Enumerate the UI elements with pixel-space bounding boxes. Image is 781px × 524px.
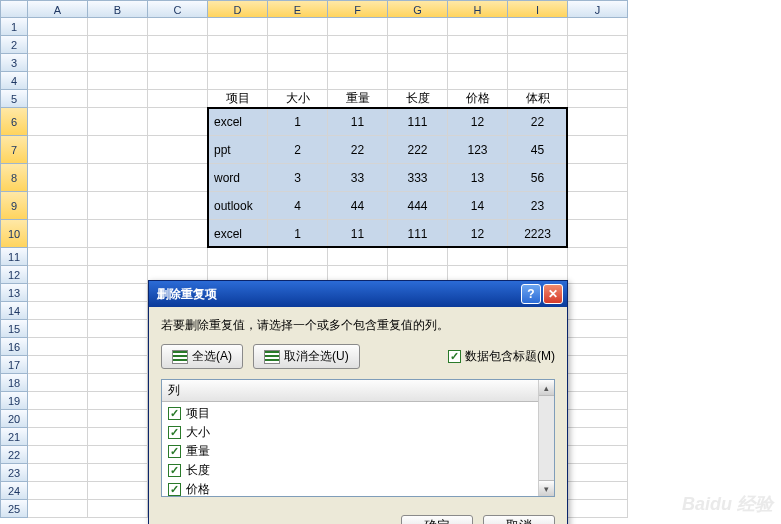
cell[interactable] — [88, 320, 148, 338]
cell[interactable]: 1 — [268, 108, 328, 136]
cell[interactable]: 11 — [328, 108, 388, 136]
column-checkbox[interactable]: ✓ — [168, 464, 181, 477]
cell[interactable]: 4 — [268, 192, 328, 220]
cell[interactable] — [28, 482, 88, 500]
column-header-I[interactable]: I — [508, 0, 568, 18]
list-item[interactable]: ✓重量 — [168, 442, 548, 461]
row-header-25[interactable]: 25 — [0, 500, 28, 518]
cell[interactable] — [568, 266, 628, 284]
cell[interactable] — [328, 54, 388, 72]
cell[interactable] — [568, 302, 628, 320]
cell[interactable]: 11 — [328, 220, 388, 248]
cell[interactable] — [28, 428, 88, 446]
row-header-11[interactable]: 11 — [0, 248, 28, 266]
cell[interactable] — [508, 72, 568, 90]
cell[interactable]: 56 — [508, 164, 568, 192]
cell[interactable] — [328, 72, 388, 90]
cell[interactable] — [28, 164, 88, 192]
cell[interactable] — [148, 136, 208, 164]
cell[interactable] — [88, 446, 148, 464]
cell[interactable]: 333 — [388, 164, 448, 192]
column-header-A[interactable]: A — [28, 0, 88, 18]
cell[interactable] — [388, 36, 448, 54]
cell[interactable]: 重量 — [328, 90, 388, 108]
cell[interactable]: outlook — [208, 192, 268, 220]
cell[interactable] — [568, 338, 628, 356]
cell[interactable] — [568, 374, 628, 392]
cell[interactable] — [568, 36, 628, 54]
cell[interactable] — [508, 54, 568, 72]
cell[interactable] — [88, 220, 148, 248]
list-item[interactable]: ✓大小 — [168, 423, 548, 442]
row-header-8[interactable]: 8 — [0, 164, 28, 192]
cell[interactable] — [88, 248, 148, 266]
cell[interactable] — [28, 136, 88, 164]
cell[interactable]: word — [208, 164, 268, 192]
cell[interactable] — [88, 18, 148, 36]
row-header-22[interactable]: 22 — [0, 446, 28, 464]
cell[interactable] — [328, 248, 388, 266]
cell[interactable] — [88, 302, 148, 320]
cell[interactable] — [28, 374, 88, 392]
cell[interactable] — [88, 136, 148, 164]
cell[interactable]: 12 — [448, 220, 508, 248]
cell[interactable] — [208, 54, 268, 72]
row-header-17[interactable]: 17 — [0, 356, 28, 374]
cell[interactable] — [148, 108, 208, 136]
row-header-10[interactable]: 10 — [0, 220, 28, 248]
cell[interactable]: 123 — [448, 136, 508, 164]
cell[interactable] — [148, 36, 208, 54]
cell[interactable] — [568, 248, 628, 266]
cell[interactable] — [568, 482, 628, 500]
cell[interactable] — [28, 500, 88, 518]
cell[interactable] — [268, 18, 328, 36]
cell[interactable] — [448, 54, 508, 72]
cell[interactable] — [568, 446, 628, 464]
cell[interactable] — [148, 164, 208, 192]
cell[interactable] — [28, 90, 88, 108]
cell[interactable] — [268, 72, 328, 90]
cell[interactable] — [28, 54, 88, 72]
cell[interactable]: 13 — [448, 164, 508, 192]
scroll-down-icon[interactable]: ▾ — [539, 480, 554, 496]
row-header-6[interactable]: 6 — [0, 108, 28, 136]
column-header-B[interactable]: B — [88, 0, 148, 18]
cell[interactable] — [148, 72, 208, 90]
cell[interactable] — [28, 356, 88, 374]
cell[interactable] — [148, 18, 208, 36]
column-checkbox[interactable]: ✓ — [168, 407, 181, 420]
row-header-23[interactable]: 23 — [0, 464, 28, 482]
cell[interactable]: 1 — [268, 220, 328, 248]
row-header-12[interactable]: 12 — [0, 266, 28, 284]
column-header-D[interactable]: D — [208, 0, 268, 18]
cell[interactable]: 3 — [268, 164, 328, 192]
cell[interactable]: excel — [208, 108, 268, 136]
cell[interactable] — [88, 392, 148, 410]
cell[interactable]: 2 — [268, 136, 328, 164]
row-header-18[interactable]: 18 — [0, 374, 28, 392]
close-button[interactable]: ✕ — [543, 284, 563, 304]
cell[interactable]: 111 — [388, 108, 448, 136]
row-header-9[interactable]: 9 — [0, 192, 28, 220]
cell[interactable] — [88, 54, 148, 72]
row-header-4[interactable]: 4 — [0, 72, 28, 90]
column-header-C[interactable]: C — [148, 0, 208, 18]
cell[interactable] — [88, 284, 148, 302]
scroll-up-icon[interactable]: ▴ — [539, 380, 554, 396]
cell[interactable] — [568, 54, 628, 72]
cell[interactable] — [568, 284, 628, 302]
cell[interactable] — [28, 36, 88, 54]
cell[interactable] — [88, 164, 148, 192]
cell[interactable] — [568, 428, 628, 446]
cell[interactable] — [28, 464, 88, 482]
cell[interactable] — [148, 90, 208, 108]
cell[interactable] — [88, 464, 148, 482]
cell[interactable] — [208, 36, 268, 54]
cancel-button[interactable]: 取消 — [483, 515, 555, 524]
cell[interactable] — [148, 220, 208, 248]
list-item[interactable]: ✓长度 — [168, 461, 548, 480]
row-header-15[interactable]: 15 — [0, 320, 28, 338]
cell[interactable] — [328, 18, 388, 36]
cell[interactable] — [88, 90, 148, 108]
help-button[interactable]: ? — [521, 284, 541, 304]
